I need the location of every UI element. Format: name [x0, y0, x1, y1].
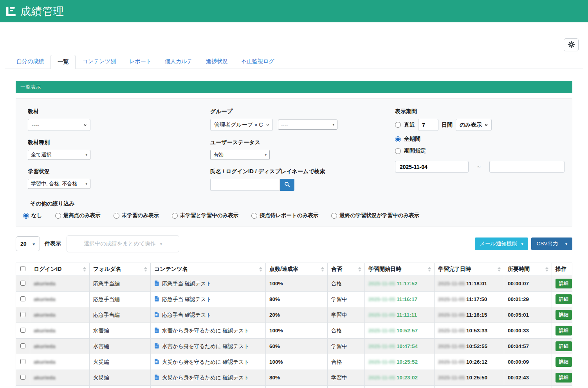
detail-button[interactable]: 詳細 — [556, 294, 572, 304]
tab-0[interactable]: 自分の成績 — [10, 55, 51, 69]
other-filter-radio[interactable] — [114, 213, 119, 219]
detail-button[interactable]: 詳細 — [556, 279, 572, 288]
other-filter-option-4[interactable]: 採点待レポートのみ表示 — [251, 212, 318, 219]
period-all-radio[interactable] — [395, 136, 401, 142]
folder-name-cell: 水害編 — [90, 339, 151, 354]
row-checkbox[interactable] — [20, 375, 25, 380]
sort-icon[interactable] — [83, 267, 86, 272]
table-toolbar: 20 ∨ 件表示 選択中の成績をまとめて操作 ▾ メール通知機能 ▾ CSV出力… — [16, 235, 572, 252]
period-recent-radio[interactable] — [395, 122, 401, 128]
column-header-5[interactable]: 学習開始日時 — [365, 263, 435, 276]
period-mode-select[interactable]: のみ表示 ∨ — [456, 119, 492, 131]
tab-1-active[interactable]: 一覧 — [51, 55, 76, 69]
content-name-link[interactable]: 水害から身を守るために 確認テスト — [162, 343, 249, 350]
start-date-blurred: 2025-11-05 — [368, 281, 395, 286]
column-header-7[interactable]: 所要時間 — [504, 263, 552, 276]
row-checkbox[interactable] — [20, 343, 25, 348]
other-filter-radio[interactable] — [172, 213, 178, 219]
column-header-0[interactable]: ログインID — [30, 263, 90, 276]
mail-notification-button[interactable]: メール通知機能 ▾ — [475, 238, 528, 250]
period-days-input[interactable] — [418, 119, 438, 131]
page-size-select[interactable]: 20 ∨ — [16, 236, 40, 251]
detail-button[interactable]: 詳細 — [556, 341, 572, 351]
material-select[interactable]: ---- ∨ — [28, 119, 90, 131]
content-name-link[interactable]: 水害から身を守るために 確認テスト — [162, 327, 249, 334]
sort-icon[interactable] — [498, 267, 501, 272]
end-time: 10:25:50 — [466, 375, 487, 381]
chevron-down-icon: ∨ — [32, 242, 35, 246]
row-checkbox[interactable] — [20, 328, 25, 333]
column-header-2[interactable]: コンテンツ名 — [151, 263, 266, 276]
other-filter-radio[interactable] — [23, 213, 29, 219]
document-icon — [154, 374, 159, 381]
content-name-cell: 応急手当 確認テスト — [151, 292, 266, 307]
sort-icon[interactable] — [358, 267, 361, 272]
date-from-input[interactable] — [395, 161, 469, 173]
login-id-cell: akurieda — [30, 292, 90, 307]
content-name-link[interactable]: 応急手当 確認テスト — [162, 280, 211, 287]
sort-icon[interactable] — [259, 267, 262, 272]
period-range-radio[interactable] — [395, 148, 401, 154]
column-header-1[interactable]: フォルダ名 — [90, 263, 151, 276]
settings-button[interactable] — [564, 38, 579, 51]
folder-name-cell: 地震編 — [90, 386, 151, 388]
detail-button[interactable]: 詳細 — [556, 357, 572, 367]
other-filter-option-5[interactable]: 最終の学習状況が学習中のみ表示 — [331, 212, 419, 219]
action-cell: 詳細 — [552, 370, 572, 386]
other-filter-radio[interactable] — [55, 213, 61, 219]
group-select-primary[interactable]: 管理者グループ » C ∨ — [210, 119, 273, 131]
content-name-link[interactable]: 応急手当 確認テスト — [162, 312, 211, 319]
search-button[interactable] — [280, 179, 294, 191]
select-all-checkbox[interactable] — [20, 266, 25, 271]
folder-name-cell: 応急手当編 — [90, 307, 151, 323]
row-checkbox[interactable] — [20, 296, 25, 301]
start-date-blurred: 2025-11-05 — [368, 312, 395, 318]
score-cell: 100% — [266, 386, 328, 388]
detail-button[interactable]: 詳細 — [556, 326, 572, 335]
column-header-6[interactable]: 学習完了日時 — [435, 263, 504, 276]
material-type-select[interactable]: 全て選択 ▾ — [28, 150, 90, 160]
detail-button[interactable]: 詳細 — [556, 310, 572, 320]
column-header-4[interactable]: 合否 — [328, 263, 365, 276]
tab-4[interactable]: 個人カルテ — [158, 55, 199, 69]
date-to-input[interactable] — [489, 161, 565, 173]
group-select-secondary[interactable]: ---- ▾ — [278, 120, 337, 130]
bulk-action-button[interactable]: 選択中の成績をまとめて操作 ▾ — [67, 235, 179, 252]
detail-button[interactable]: 詳細 — [556, 373, 572, 383]
end-datetime-cell: 2025-11-05 10:25:50 — [435, 370, 504, 386]
sort-icon[interactable] — [144, 267, 147, 272]
other-filter-option-0[interactable]: なし — [23, 212, 42, 219]
sort-icon[interactable] — [545, 267, 548, 272]
table-row: akurieda水害編水害から身を守るために 確認テスト60%学習中2025-1… — [16, 339, 572, 354]
start-time: 10:23:02 — [397, 375, 418, 381]
action-cell: 詳細 — [552, 386, 572, 388]
name-search-input[interactable] — [210, 179, 280, 191]
group-label: グループ — [210, 108, 395, 115]
learning-status-select[interactable]: 学習中, 合格, 不合格 ▾ — [28, 179, 90, 189]
tab-6[interactable]: 不正監視ログ — [234, 55, 281, 69]
start-datetime-cell: 2025-11-05 11:16:17 — [365, 292, 435, 307]
content-name-link[interactable]: 火災から身を守るために 確認テスト — [162, 374, 249, 381]
page-size-suffix: 件表示 — [45, 240, 61, 247]
row-checkbox[interactable] — [20, 281, 25, 286]
row-checkbox[interactable] — [20, 359, 25, 364]
other-filter-radio[interactable] — [331, 213, 337, 219]
other-filter-option-2[interactable]: 未学習のみ表示 — [114, 212, 159, 219]
tab-3[interactable]: レポート — [123, 55, 158, 69]
content-name-link[interactable]: 応急手当 確認テスト — [162, 296, 211, 303]
user-status-select[interactable]: 有効 ▾ — [210, 150, 270, 160]
other-filter-option-1[interactable]: 最高点のみ表示 — [55, 212, 101, 219]
content-name-link[interactable]: 火災から身を守るために 確認テスト — [162, 359, 249, 366]
row-checkbox[interactable] — [20, 312, 25, 317]
other-filter-radio[interactable] — [251, 213, 257, 219]
tab-5[interactable]: 進捗状況 — [199, 55, 234, 69]
score-cell: 100% — [266, 276, 328, 292]
sort-icon[interactable] — [428, 267, 431, 272]
row-checkbox-cell — [16, 386, 30, 388]
other-filter-option-3[interactable]: 未学習と学習中のみ表示 — [172, 212, 238, 219]
csv-export-button[interactable]: CSV出力 ▾ — [531, 238, 572, 250]
sort-icon[interactable] — [321, 267, 324, 272]
column-header-3[interactable]: 点数/達成率 — [266, 263, 328, 276]
other-filter-option-label: 未学習のみ表示 — [122, 212, 159, 219]
tab-2[interactable]: コンテンツ別 — [76, 55, 123, 69]
